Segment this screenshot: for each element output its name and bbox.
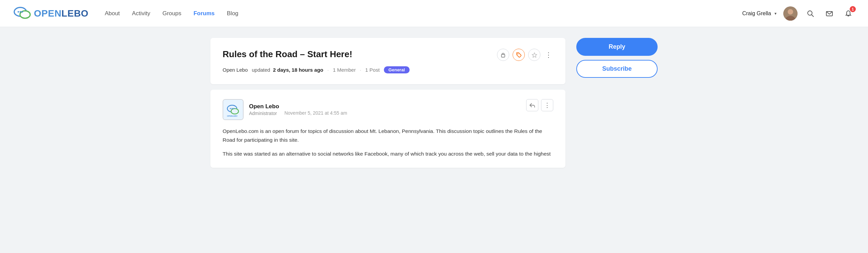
nav-groups[interactable]: Groups [162, 10, 181, 17]
svg-point-12 [517, 53, 518, 54]
lock-icon [500, 52, 506, 58]
post-avatar-svg: OPENLEBO [225, 101, 242, 118]
post-paragraph-1: OpenLebo.com is an open forum for topics… [223, 127, 553, 144]
reply-button[interactable]: Reply [576, 38, 658, 56]
post-author-area: OPENLEBO Open Lebo Administrator Novembe… [223, 99, 347, 120]
logo-link[interactable]: OPENLEBO [14, 6, 88, 21]
svg-point-6 [788, 9, 793, 15]
post-date: November 5, 2021 at 4:55 am [284, 110, 347, 116]
notification-badge: 1 [850, 6, 856, 12]
nav-about[interactable]: About [105, 10, 120, 17]
topic-title: Rules of the Road – Start Here! [223, 49, 352, 60]
topic-actions: ⋮ [497, 49, 553, 61]
topic-author: Open Lebo [223, 67, 248, 73]
star-button[interactable] [528, 49, 540, 61]
header-right: Craig Grella ▾ [742, 6, 854, 21]
svg-point-1 [20, 11, 30, 18]
svg-line-9 [812, 15, 814, 17]
star-icon [532, 52, 537, 58]
main-header: OPENLEBO About Activity Groups Forums Bl… [0, 0, 868, 27]
svg-point-16 [231, 109, 239, 114]
user-menu[interactable]: Craig Grella ▾ [742, 10, 777, 17]
subscribe-button[interactable]: Subscribe [576, 60, 658, 78]
post-body: OpenLebo.com is an open forum for topics… [223, 127, 553, 158]
lock-button[interactable] [497, 49, 509, 61]
svg-point-18 [231, 108, 233, 109]
notification-wrapper: 1 [842, 7, 854, 20]
search-button[interactable] [804, 7, 817, 20]
tag-icon [516, 52, 521, 58]
avatar-svg [783, 6, 798, 21]
content-area: Rules of the Road – Start Here! [210, 38, 565, 168]
user-name: Craig Grella [742, 10, 771, 17]
avatar[interactable] [783, 6, 798, 21]
post-author-info: Open Lebo Administrator November 5, 2021… [249, 103, 347, 116]
nav-activity[interactable]: Activity [132, 10, 150, 17]
sidebar: Reply Subscribe [576, 38, 658, 78]
post-header: OPENLEBO Open Lebo Administrator Novembe… [223, 99, 553, 120]
topic-header-card: Rules of the Road – Start Here! [210, 38, 565, 84]
messages-button[interactable] [823, 7, 835, 20]
search-icon [807, 10, 814, 17]
svg-marker-13 [532, 53, 537, 58]
post-author-name: Open Lebo [249, 103, 347, 110]
avatar-image [783, 6, 798, 21]
logo-text-lebo: LEBO [61, 8, 88, 19]
main-container: Rules of the Road – Start Here! [197, 27, 671, 179]
topic-meta: Open Lebo updated 2 days, 18 hours ago ·… [223, 66, 553, 73]
post-author-role: Administrator [249, 111, 277, 116]
nav-blog[interactable]: Blog [227, 10, 239, 17]
svg-text:OPENLEBO: OPENLEBO [227, 115, 238, 117]
tag-button[interactable] [513, 49, 525, 61]
messages-icon [826, 10, 833, 17]
logo-icon [14, 6, 31, 21]
svg-point-19 [233, 108, 234, 109]
svg-point-3 [20, 11, 21, 12]
svg-point-2 [18, 11, 19, 12]
post-count: 1 Post [365, 67, 380, 73]
post-avatar: OPENLEBO [223, 99, 244, 120]
topic-header-top: Rules of the Road – Start Here! [223, 49, 553, 61]
svg-point-4 [22, 11, 23, 12]
reply-icon [530, 102, 535, 108]
chevron-down-icon: ▾ [774, 11, 777, 16]
topic-updated-text: updated 2 days, 18 hours ago [252, 67, 323, 73]
logo-text-open: OPEN [34, 8, 61, 19]
svg-rect-11 [501, 54, 505, 57]
nav-forums[interactable]: Forums [193, 10, 214, 17]
member-count: 1 Member [333, 67, 356, 73]
post-more-button[interactable]: ⋮ [541, 99, 553, 111]
post-header-right: ⋮ [526, 99, 553, 111]
post-reply-button[interactable] [526, 99, 538, 111]
topic-tag: General [384, 66, 410, 73]
topic-more-button[interactable]: ⋮ [544, 49, 553, 60]
main-nav: About Activity Groups Forums Blog [105, 10, 742, 17]
svg-point-17 [230, 108, 231, 109]
post-card: OPENLEBO Open Lebo Administrator Novembe… [210, 90, 565, 168]
post-paragraph-2: This site was started as an alternative … [223, 150, 553, 158]
